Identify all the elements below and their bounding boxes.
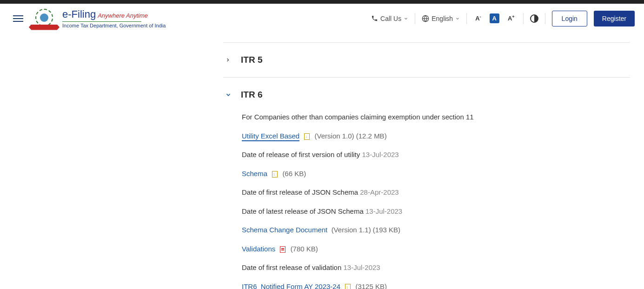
language-label: English	[432, 15, 453, 22]
schema-link[interactable]: Schema	[242, 170, 267, 177]
site-tagline: Anywhere Anytime	[98, 12, 148, 19]
schema-latest-date-label: Date of latest release of JSON Schema	[242, 207, 364, 215]
schema-first-date: 28-Apr-2023	[360, 188, 398, 196]
utility-date: 13-Jul-2023	[362, 151, 398, 158]
schema-first-date-label: Date of first release of JSON Schema	[242, 188, 358, 196]
validations-link[interactable]: Validations	[242, 245, 275, 253]
font-increase-button[interactable]: A+	[506, 13, 517, 23]
accordion-title: ITR 6	[241, 90, 262, 100]
site-subtitle: Income Tax Department, Government of Ind…	[62, 23, 166, 28]
font-decrease-button[interactable]: A-	[473, 13, 483, 23]
itr6-description: For Companies other than companies claim…	[242, 112, 628, 123]
login-button[interactable]: Login	[552, 11, 587, 26]
globe-icon	[422, 15, 429, 22]
schema-latest-date: 13-Jul-2023	[365, 207, 402, 215]
register-button[interactable]: Register	[594, 11, 635, 26]
font-normal-button[interactable]: A	[490, 13, 499, 23]
menu-button[interactable]	[9, 12, 27, 26]
accordion-title: ITR 5	[241, 55, 262, 65]
site-logo[interactable]: e-Filing Anywhere Anytime Income Tax Dep…	[33, 8, 166, 28]
utility-date-label: Date of release of first version of util…	[242, 151, 360, 158]
chevron-down-icon	[225, 92, 232, 98]
validations-date: 13-Jul-2023	[343, 263, 380, 271]
app-header: e-Filing Anywhere Anytime Income Tax Dep…	[0, 4, 644, 33]
call-us-label: Call Us	[380, 15, 401, 22]
schema-change-meta: (Version 1.1) (193 KB)	[332, 226, 400, 234]
chevron-down-icon	[455, 16, 460, 21]
download-icon[interactable]	[345, 284, 351, 289]
pdf-icon[interactable]	[280, 246, 285, 253]
download-icon[interactable]	[304, 133, 310, 140]
contrast-toggle[interactable]	[530, 14, 538, 23]
chevron-right-icon	[225, 57, 232, 63]
site-title: e-Filing	[62, 8, 96, 20]
phone-icon	[371, 15, 378, 22]
accordion-header-itr5[interactable]: ITR 5	[223, 43, 630, 77]
validations-meta: (780 KB)	[291, 245, 318, 253]
schema-change-link[interactable]: Schema Change Document	[242, 226, 327, 234]
notified-form-link[interactable]: ITR6_Notified Form AY 2023-24	[242, 282, 340, 289]
accordion-header-itr6[interactable]: ITR 6	[223, 78, 630, 112]
download-icon[interactable]	[272, 171, 278, 177]
validations-date-label: Date of first release of validation	[242, 263, 341, 271]
utility-meta: (Version 1.0) (12.2 MB)	[315, 132, 387, 140]
chevron-down-icon	[404, 16, 408, 21]
schema-meta: (66 KB)	[282, 170, 306, 177]
utility-excel-link[interactable]: Utility Excel Based	[242, 132, 299, 141]
accordion-body-itr6: For Companies other than companies claim…	[223, 112, 630, 289]
language-dropdown[interactable]: English	[422, 15, 460, 22]
notified-form-meta: (3125 KB)	[355, 282, 387, 289]
main-content: ITR 5 ITR 6 For Companies other than com…	[0, 33, 644, 289]
call-us-dropdown[interactable]: Call Us	[371, 15, 408, 22]
